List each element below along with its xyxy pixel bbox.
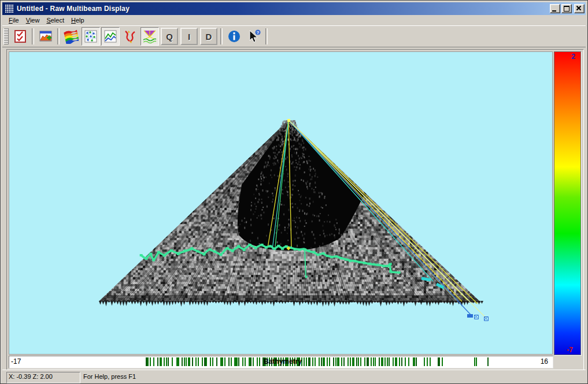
toolbar: Q I D ? bbox=[2, 25, 586, 47]
ruler-tick bbox=[384, 357, 386, 366]
ruler-tick bbox=[222, 357, 223, 366]
toolbar-separator bbox=[32, 28, 34, 44]
ruler-tick bbox=[405, 357, 406, 366]
colorbar-min-label: -7 bbox=[567, 346, 573, 354]
ruler-tick bbox=[416, 357, 417, 366]
ruler-tick bbox=[487, 357, 489, 366]
ruler-tick bbox=[387, 357, 388, 366]
ruler-tick bbox=[202, 357, 203, 366]
scatter-plot-icon bbox=[84, 29, 98, 43]
depth-colorbar: 2 -7 bbox=[554, 51, 581, 355]
ruler-tick bbox=[352, 357, 354, 366]
ruler-tick bbox=[160, 357, 162, 366]
app-grid-icon bbox=[5, 4, 14, 13]
ruler-tick bbox=[245, 357, 246, 366]
maximize-button[interactable] bbox=[561, 4, 572, 13]
i-button[interactable]: I bbox=[180, 27, 198, 46]
help-cursor-icon: ? bbox=[246, 29, 261, 44]
ruler-tick bbox=[347, 357, 349, 366]
ruler-tick bbox=[195, 357, 197, 366]
ruler-tick bbox=[329, 357, 330, 366]
ruler-tick bbox=[242, 357, 243, 366]
line-plot-icon bbox=[103, 29, 117, 43]
ruler-tick bbox=[427, 357, 428, 366]
ruler-tick bbox=[438, 357, 440, 366]
q-button[interactable]: Q bbox=[160, 27, 179, 46]
ruler-tick bbox=[430, 357, 431, 366]
menu-file[interactable]: File bbox=[5, 16, 23, 25]
color-swath-button[interactable] bbox=[62, 27, 80, 46]
toolbar-grip[interactable] bbox=[3, 28, 9, 44]
status-help-text: For Help, press F1 bbox=[83, 373, 136, 380]
ruler-tick bbox=[224, 357, 225, 366]
sonar-viewport[interactable] bbox=[9, 51, 553, 355]
ruler-tick bbox=[184, 357, 185, 366]
profile-window-button[interactable] bbox=[36, 27, 55, 46]
ruler-tick bbox=[198, 357, 199, 366]
ruler-tick bbox=[212, 357, 213, 366]
i-letter: I bbox=[180, 28, 198, 45]
ruler-tick bbox=[157, 357, 158, 366]
minimize-button[interactable] bbox=[550, 4, 560, 13]
close-button[interactable] bbox=[574, 4, 585, 13]
d-button[interactable]: D bbox=[199, 27, 218, 46]
menu-select[interactable]: Select bbox=[43, 16, 68, 25]
bathymetry-ruler: -17 Bathymetry 16 bbox=[9, 356, 553, 368]
window-title: Untitled - Raw Multibeam Display bbox=[17, 5, 549, 13]
scatter-plot-button[interactable] bbox=[82, 27, 100, 46]
beam-pattern-button[interactable] bbox=[121, 27, 139, 46]
toolbar-separator bbox=[220, 28, 223, 44]
menu-view[interactable]: View bbox=[23, 16, 43, 25]
ruler-tick bbox=[164, 357, 165, 366]
ruler-tick bbox=[364, 357, 365, 366]
ruler-tick bbox=[192, 357, 193, 366]
ruler-tick bbox=[321, 357, 322, 366]
ruler-tick bbox=[319, 357, 320, 366]
ruler-tick bbox=[182, 357, 183, 366]
about-button[interactable] bbox=[225, 27, 243, 46]
menu-help[interactable]: Help bbox=[68, 16, 88, 25]
ruler-tick bbox=[231, 357, 232, 366]
context-help-button[interactable]: ? bbox=[245, 27, 263, 46]
ruler-tick bbox=[360, 357, 361, 366]
ruler-tick bbox=[188, 357, 190, 366]
ruler-tick bbox=[367, 357, 369, 366]
fan-display-button[interactable] bbox=[140, 27, 159, 46]
ruler-tick bbox=[259, 357, 260, 366]
ruler-tick bbox=[343, 357, 345, 366]
q-letter: Q bbox=[161, 28, 178, 45]
ruler-tick bbox=[308, 357, 310, 366]
ruler-tick bbox=[216, 357, 217, 366]
ruler-max-label: 16 bbox=[541, 357, 548, 366]
ruler-tick bbox=[442, 357, 443, 366]
ruler-tick bbox=[413, 357, 415, 366]
ruler-tick bbox=[389, 357, 390, 366]
ruler-tick bbox=[228, 357, 230, 366]
profile-window-icon bbox=[39, 29, 53, 43]
checklist-button[interactable] bbox=[11, 27, 29, 46]
ruler-tick bbox=[327, 357, 328, 366]
line-plot-button[interactable] bbox=[101, 27, 120, 46]
ruler-tick bbox=[153, 357, 154, 366]
ruler-tick bbox=[178, 357, 179, 366]
status-bar: X: -0.39 Z: 2.00 For Help, press F1 bbox=[2, 370, 586, 382]
ruler-tick bbox=[341, 357, 342, 366]
ruler-tick bbox=[379, 357, 380, 366]
ruler-tick bbox=[147, 357, 149, 366]
ruler-tick bbox=[333, 357, 334, 366]
ruler-tick bbox=[401, 357, 402, 366]
ruler-tick bbox=[250, 357, 252, 366]
toolbar-separator bbox=[57, 28, 60, 44]
ruler-tick bbox=[172, 357, 173, 366]
info-icon bbox=[227, 29, 241, 43]
ruler-tick bbox=[257, 357, 258, 366]
ruler-tick bbox=[375, 357, 376, 366]
svg-text:?: ? bbox=[257, 30, 260, 35]
ruler-tick bbox=[395, 357, 397, 366]
title-bar[interactable]: Untitled - Raw Multibeam Display bbox=[2, 2, 586, 15]
ruler-tick bbox=[474, 357, 475, 366]
toolbar-separator bbox=[265, 28, 268, 44]
ruler-tick bbox=[210, 357, 211, 366]
sonar-display-canvas[interactable] bbox=[9, 52, 552, 354]
ruler-tick bbox=[306, 357, 307, 366]
